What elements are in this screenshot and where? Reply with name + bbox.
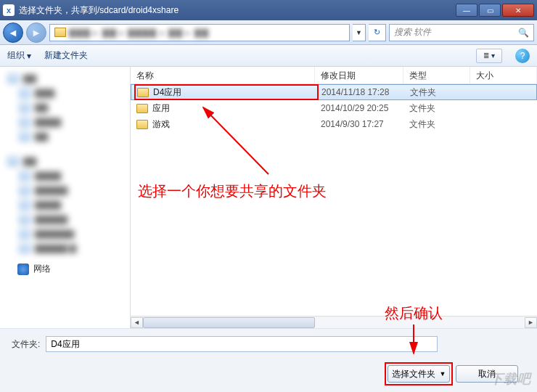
horizontal-scrollbar[interactable]: ◄ ► <box>131 316 537 328</box>
network-icon <box>17 264 29 275</box>
breadcrumb-dropdown[interactable]: ▼ <box>353 24 366 41</box>
breadcrumb-bar[interactable]: ▇▇▇ ▸ ▇▇ ▸ ▇▇▇▇ ▸ ▇▇ ▸ ▇▇ <box>49 24 350 41</box>
scroll-thumb[interactable] <box>143 317 315 328</box>
scroll-right-button[interactable]: ► <box>525 317 537 328</box>
scroll-track[interactable] <box>143 317 525 328</box>
refresh-button[interactable]: ↻ <box>369 24 386 41</box>
maximize-button[interactable]: ▭ <box>479 4 501 17</box>
file-date: 2014/11/18 17:28 <box>316 87 404 97</box>
window-titlebar: x 选择文件夹，共享到/sdcard/droid4xshare — ▭ ✕ <box>0 0 537 20</box>
file-pane: 名称 修改日期 类型 大小 D4应用2014/11/18 17:28文件夹应用2… <box>131 67 537 328</box>
file-type: 文件夹 <box>403 118 470 131</box>
app-icon: x <box>3 4 15 16</box>
chevron-down-icon: ▾ <box>27 51 31 61</box>
column-name[interactable]: 名称 <box>131 67 315 83</box>
back-button[interactable]: ◄ <box>3 23 23 43</box>
file-type: 文件夹 <box>404 86 471 99</box>
new-folder-button[interactable]: 新建文件夹 <box>44 49 88 62</box>
file-list: D4应用2014/11/18 17:28文件夹应用2014/10/29 20:2… <box>131 84 537 316</box>
file-name: D4应用 <box>153 86 181 99</box>
search-input[interactable]: 搜索 软件 🔍 <box>389 24 534 41</box>
file-name: 应用 <box>152 102 170 115</box>
file-type: 文件夹 <box>403 102 470 115</box>
file-row[interactable]: 游戏2014/9/30 17:27文件夹 <box>131 116 537 132</box>
sidebar-item-network[interactable]: 网络 <box>3 263 127 275</box>
main-area: ▇▇ ▇▇▇ ▇▇ ▇▇▇▇ ▇▇ ▇▇ ▇▇▇▇ ▇▇▇▇▇ ▇▇▇▇ ▇▇▇… <box>0 67 537 328</box>
view-mode-button[interactable]: ≣ ▾ <box>476 49 502 63</box>
chevron-down-icon: ▼ <box>440 370 446 377</box>
select-folder-button[interactable]: 选择文件夹 ▼ <box>388 365 450 383</box>
column-headers: 名称 修改日期 类型 大小 <box>131 67 537 84</box>
folder-icon <box>54 28 66 37</box>
sidebar: ▇▇ ▇▇▇ ▇▇ ▇▇▇▇ ▇▇ ▇▇ ▇▇▇▇ ▇▇▇▇▇ ▇▇▇▇ ▇▇▇… <box>0 67 131 328</box>
folder-icon <box>137 88 149 97</box>
file-date: 2014/9/30 17:27 <box>315 119 403 129</box>
column-type[interactable]: 类型 <box>403 67 470 83</box>
organize-label: 组织 <box>7 49 25 62</box>
file-date: 2014/10/29 20:25 <box>315 103 403 113</box>
cancel-label: 取消 <box>478 368 496 380</box>
file-name: 游戏 <box>152 118 170 131</box>
search-icon: 🔍 <box>518 28 529 38</box>
folder-icon <box>136 104 148 113</box>
column-date[interactable]: 修改日期 <box>315 67 403 83</box>
scroll-left-button[interactable]: ◄ <box>131 317 143 328</box>
close-button[interactable]: ✕ <box>502 4 534 17</box>
folder-label: 文件夹: <box>12 338 40 351</box>
sidebar-network-label: 网络 <box>33 263 51 275</box>
search-placeholder: 搜索 软件 <box>394 26 431 38</box>
column-size[interactable]: 大小 <box>470 67 537 83</box>
file-row[interactable]: D4应用2014/11/18 17:28文件夹 <box>131 84 537 100</box>
breadcrumb-path: ▇▇▇ ▸ ▇▇ ▸ ▇▇▇▇ ▸ ▇▇ ▸ ▇▇ <box>69 28 209 38</box>
cancel-button[interactable]: 取消 <box>456 365 518 383</box>
organize-menu[interactable]: 组织 ▾ <box>7 49 31 62</box>
folder-name-input[interactable] <box>46 336 438 352</box>
help-button[interactable]: ? <box>515 49 530 63</box>
forward-button[interactable]: ► <box>26 23 46 43</box>
folder-icon <box>136 120 148 129</box>
file-row[interactable]: 应用2014/10/29 20:25文件夹 <box>131 100 537 116</box>
minimize-button[interactable]: — <box>456 4 477 17</box>
toolbar: 组织 ▾ 新建文件夹 ≣ ▾ ? <box>0 45 537 67</box>
window-title: 选择文件夹，共享到/sdcard/droid4xshare <box>19 4 456 17</box>
select-folder-label: 选择文件夹 <box>392 368 435 380</box>
bottom-panel: 文件夹: 选择文件夹 ▼ 取消 <box>0 328 537 392</box>
nav-bar: ◄ ► ▇▇▇ ▸ ▇▇ ▸ ▇▇▇▇ ▸ ▇▇ ▸ ▇▇ ▼ ↻ 搜索 软件 … <box>0 20 537 45</box>
